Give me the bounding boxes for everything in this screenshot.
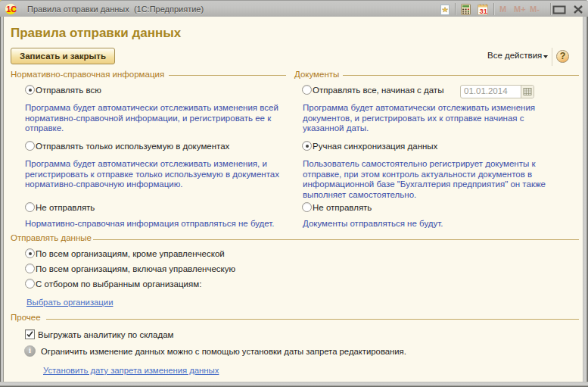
svg-text:1C: 1C <box>6 5 17 14</box>
svg-text:31: 31 <box>479 7 487 15</box>
